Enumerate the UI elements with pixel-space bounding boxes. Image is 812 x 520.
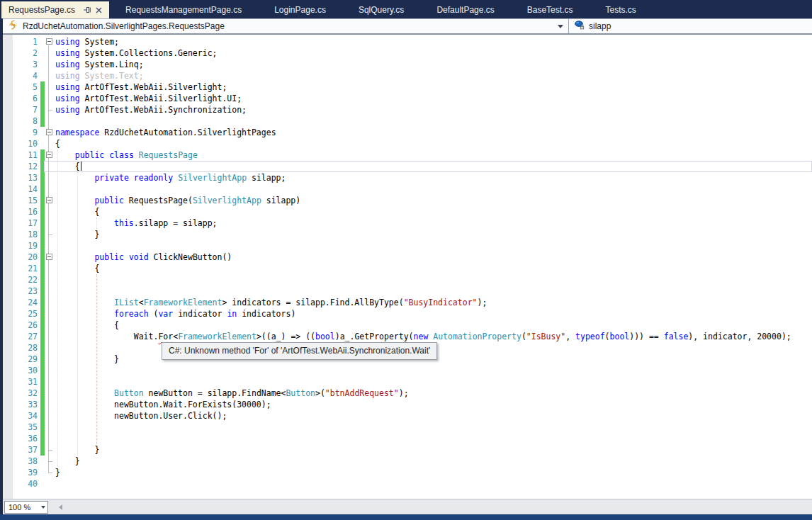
change-tracking-gutter [40,47,45,59]
code-line-13[interactable]: 13 private readonly SilverlightApp silap… [3,172,812,183]
code-text: using ArtOfTest.WebAii.Silverlight.UI; [55,93,242,104]
code-line-31[interactable]: 31 [3,376,812,388]
change-tracking-bar [40,115,45,127]
code-editor[interactable]: 1using System;2using System.Collections.… [3,35,812,499]
line-number: 18 [3,229,38,240]
change-tracking-bar [40,354,45,365]
change-tracking-bar [40,444,45,456]
line-number: 27 [3,331,38,342]
code-text: using System; [55,36,119,47]
code-line-18[interactable]: 18 } [3,229,812,240]
code-line-38[interactable]: 38 } [3,456,812,467]
close-icon[interactable] [94,5,103,15]
code-line-1[interactable]: 1using System; [3,36,812,47]
code-line-9[interactable]: 9namespace RzdUchetAutomation.Silverligh… [3,127,812,138]
vs-code-editor-window: RequestsPage.csRequestsManagementPage.cs… [0,0,812,520]
code-line-12[interactable]: 12 { [3,161,812,172]
code-line-40[interactable]: 40 [3,478,812,490]
code-text: { [55,206,99,217]
horizontal-scrollbar-row: 100 % [3,499,812,514]
chevron-down-icon[interactable] [38,506,47,509]
code-line-39[interactable]: 39} [3,467,812,478]
change-tracking-bar [40,297,45,308]
code-line-11[interactable]: 11 public class RequestsPage [3,149,812,161]
line-number: 7 [3,104,38,115]
type-dropdown[interactable]: RzdUchetAutomation.SilverlightPages.Requ… [3,19,569,33]
code-line-27[interactable]: 27 Wait.For<FrameworkElement>((a_) => ((… [3,331,812,342]
code-line-36[interactable]: 36 [3,433,812,444]
tab-basetest-cs[interactable]: BaseTest.cs [519,1,582,18]
navigation-bar: RzdUchetAutomation.SilverlightPages.Requ… [3,18,812,35]
code-line-34[interactable]: 34 newButton.User.Click(); [3,410,812,422]
line-number: 12 [3,161,38,172]
tab-label: RequestsPage.cs [9,5,75,15]
outlining-gutter [45,229,54,240]
code-text: using ArtOfTest.WebAii.Synchronization; [55,104,247,115]
pin-icon[interactable] [82,5,92,15]
code-line-6[interactable]: 6using ArtOfTest.WebAii.Silverlight.UI; [3,93,812,104]
code-line-20[interactable]: 20 public void ClickNewButton() [3,251,812,263]
change-tracking-bar [40,206,45,217]
code-line-7[interactable]: 7using ArtOfTest.WebAii.Synchronization; [3,104,812,115]
code-line-8[interactable]: 8 [3,115,812,127]
code-line-15[interactable]: 15 public RequestsPage(SilverlightApp si… [3,195,812,206]
code-line-37[interactable]: 37 } [3,444,812,456]
tab-sqlquery-cs[interactable]: SqlQuery.cs [350,1,412,18]
code-line-30[interactable]: 30 [3,365,812,376]
collapse-region-icon[interactable] [46,38,52,45]
member-dropdown[interactable]: silapp [569,19,812,33]
collapse-region-icon[interactable] [46,129,52,135]
tab-requestspage-cs[interactable]: RequestsPage.cs [1,1,109,18]
code-line-22[interactable]: 22 [3,274,812,286]
code-text: { [55,138,60,149]
line-number: 37 [3,444,38,456]
code-line-5[interactable]: 5using ArtOfTest.WebAii.Silverlight; [3,81,812,93]
code-text: } [55,467,60,478]
tab-defaultpage-cs[interactable]: DefaultPage.cs [428,1,502,18]
code-line-26[interactable]: 26 { [3,320,812,331]
code-text: this.silapp = silapp; [55,217,218,229]
code-line-24[interactable]: 24 IList<FrameworkElement> indicators = … [3,297,812,308]
code-line-14[interactable]: 14 [3,183,812,195]
tab-requestsmanagementpage-cs[interactable]: RequestsManagementPage.cs [117,1,250,18]
line-number: 15 [3,195,38,206]
code-text: Wait.For<FrameworkElement>((a_) => ((boo… [55,331,791,342]
outlining-gutter [45,263,54,274]
code-text: public class RequestsPage [55,149,198,161]
code-line-19[interactable]: 19 [3,240,812,251]
code-line-17[interactable]: 17 this.silapp = silapp; [3,217,812,229]
outlining-gutter [45,433,54,444]
code-line-32[interactable]: 32 Button newButton = silapp.FindName<Bu… [3,388,812,399]
scroll-left-button[interactable] [54,501,67,514]
code-line-35[interactable]: 35 [3,422,812,433]
code-line-23[interactable]: 23 [3,286,812,297]
collapse-region-icon[interactable] [46,197,52,203]
outlining-gutter [45,320,54,331]
code-line-4[interactable]: 4using System.Text; [3,70,812,81]
tab-tests-cs[interactable]: Tests.cs [597,1,644,18]
tab-loginpage-cs[interactable]: LoginPage.cs [266,1,334,18]
change-tracking-bar [40,365,45,376]
code-line-25[interactable]: 25 foreach (var indicator in indicators) [3,308,812,320]
line-number: 6 [3,93,38,104]
horizontal-scrollbar-track[interactable] [67,501,812,514]
code-line-16[interactable]: 16 { [3,206,812,217]
outlining-gutter [45,149,54,161]
tab-label: DefaultPage.cs [436,5,494,15]
outlining-gutter [45,115,54,127]
outlining-gutter [45,297,54,308]
chevron-down-icon[interactable] [558,25,563,28]
error-tooltip: C#: Unknown method 'For' of 'ArtOfTest.W… [162,342,437,360]
tab-label: SqlQuery.cs [359,5,404,15]
code-line-33[interactable]: 33 newButton.Wait.ForExists(30000); [3,399,812,410]
code-line-21[interactable]: 21 { [3,263,812,274]
code-line-3[interactable]: 3using System.Linq; [3,59,812,70]
code-text: foreach (var indicator in indicators) [55,308,295,320]
change-tracking-bar [40,320,45,331]
line-number: 23 [3,286,38,297]
code-line-2[interactable]: 2using System.Collections.Generic; [3,47,812,59]
code-line-10[interactable]: 10{ [3,138,812,149]
collapse-region-icon[interactable] [46,254,52,260]
collapse-region-icon[interactable] [46,152,52,158]
zoom-selector[interactable]: 100 % [4,501,48,514]
